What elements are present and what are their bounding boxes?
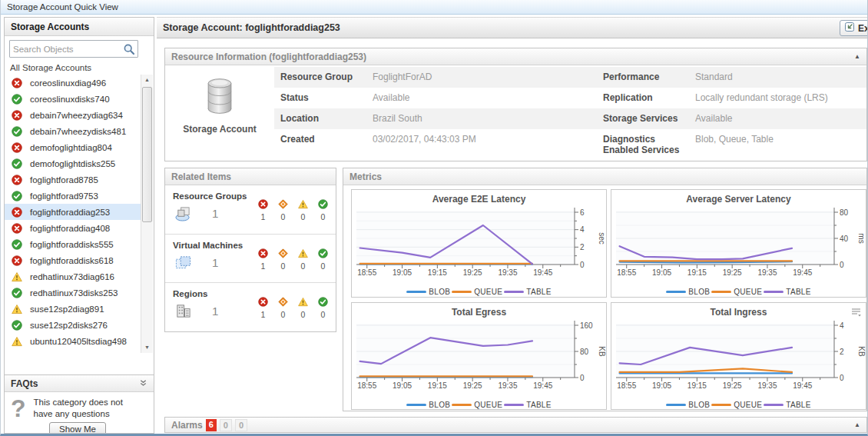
list-item[interactable]: redhatlinux73diag616 (5, 268, 141, 285)
resource-information-panel: Resource Information (foglightforaddiag2… (164, 48, 867, 161)
list-item[interactable]: suse12sp2diag891 (5, 301, 141, 317)
normal-status-icon (12, 94, 22, 105)
alarm-badge[interactable]: 0 (220, 419, 232, 431)
alarm-count: 0 (321, 310, 326, 319)
search-input[interactable] (10, 41, 119, 57)
legend-blob: BLOB (406, 401, 450, 409)
list-item[interactable]: suse12sp2disks276 (5, 317, 141, 333)
sidebar-scrollbar[interactable]: ▲ ▼ (141, 75, 153, 353)
faqts-panel: FAQts ? This category does not have any … (5, 374, 154, 434)
fatal-status-icon (12, 175, 22, 185)
svg-text:19:15: 19:15 (687, 268, 707, 277)
svg-text:18:55: 18:55 (617, 381, 636, 390)
list-item[interactable]: foglightforad8785 (5, 171, 141, 188)
all-storage-accounts-link[interactable]: All Storage Accounts (5, 61, 154, 75)
alarm-badge[interactable]: 6 (206, 419, 217, 431)
legend-queue: QUEUE (711, 401, 762, 409)
list-item[interactable]: ubuntu120405ltsdiag498 (5, 333, 141, 349)
faqts-collapse-icon[interactable] (139, 378, 147, 389)
related-item-count[interactable]: 1 (212, 305, 218, 318)
storage-accounts-panel-header: Storage Accounts (5, 18, 154, 36)
related-item-virtual-machines[interactable]: Virtual Machines11000 (165, 234, 336, 282)
scroll-up-icon[interactable]: ▲ (141, 75, 153, 85)
svg-text:0: 0 (580, 261, 585, 269)
storage-accounts-panel: Storage Accounts All Storage Accounts co… (4, 17, 154, 434)
list-item[interactable]: debain7wheezydiag634 (5, 107, 141, 123)
svg-text:19:15: 19:15 (687, 381, 707, 390)
collapse-up-icon[interactable]: ▲ (854, 54, 860, 60)
alarm-count: 0 (281, 310, 286, 319)
chart-options-icon[interactable] (851, 306, 861, 320)
resource-information-body: Storage Account Resource GroupFoglightFo… (165, 65, 866, 161)
legend-queue: QUEUE (452, 401, 502, 409)
account-name: coreoslinuxdisks740 (30, 95, 110, 104)
svg-text:KB: KB (857, 346, 866, 357)
account-name: foglightforad9753 (30, 191, 98, 201)
related-item-alarms: 1000 (258, 191, 328, 229)
svg-text:19:25: 19:25 (723, 381, 742, 390)
alarm-count: 1 (261, 310, 266, 319)
explore-button[interactable]: Exp (840, 20, 868, 36)
related-items-header: Related Items (165, 168, 336, 185)
normal-icon (318, 199, 328, 209)
list-item[interactable]: coreoslinuxdiag496 (5, 75, 141, 91)
related-item-resource-groups[interactable]: Resource Groups11000 (165, 185, 336, 234)
list-item[interactable]: debain7wheezydisks481 (5, 123, 141, 139)
info-field-label: Status (274, 88, 366, 108)
fatal-icon (258, 297, 268, 307)
account-name: redhatlinux73disks253 (30, 288, 118, 298)
svg-text:2: 2 (840, 348, 844, 356)
alarm-badge[interactable]: 0 (235, 419, 247, 431)
related-item-count[interactable]: 1 (212, 207, 218, 220)
resource-info-grid: Resource GroupFoglightForADPerformanceSt… (274, 67, 866, 161)
account-name: suse12sp2diag891 (30, 305, 104, 314)
list-item[interactable]: demofoglightdiag804 (5, 139, 141, 155)
chart-plot: 080160KB18:5519:0519:1519:2519:3519:45 (352, 319, 606, 399)
page-title: Storage Account: foglightforaddiag253 (163, 22, 340, 33)
list-item[interactable]: foglightforad9753 (5, 188, 141, 204)
scrollbar-thumb[interactable] (142, 87, 152, 222)
fatal-status-icon (12, 255, 22, 266)
legend-queue: QUEUE (711, 288, 762, 296)
svg-text:19:35: 19:35 (757, 381, 777, 390)
list-item[interactable]: coreoslinuxdisks740 (5, 91, 141, 107)
resource-information-header: Resource Information (foglightforaddiag2… (165, 48, 866, 65)
list-item[interactable]: redhatlinux73disks253 (5, 285, 141, 301)
search-icon[interactable] (123, 43, 135, 58)
fatal-icon (258, 248, 268, 258)
svg-text:19:45: 19:45 (533, 381, 552, 390)
legend-blob: BLOB (666, 288, 710, 296)
list-item[interactable]: foglightforaddiag408 (5, 220, 141, 236)
legend-table: TABLE (764, 401, 810, 409)
svg-text:0: 0 (840, 374, 844, 382)
scroll-down-icon[interactable]: ▼ (141, 342, 153, 353)
alarms-collapse-icon[interactable]: ▲ (854, 422, 860, 428)
search-box (9, 40, 138, 58)
related-item-regions[interactable]: Regions11000 (165, 282, 336, 331)
faqts-body: ? This category does not have any questi… (5, 392, 154, 420)
list-item[interactable]: foglightforaddisks555 (5, 236, 141, 252)
list-item[interactable]: demofoglightdisks255 (5, 155, 141, 171)
related-item-count[interactable]: 1 (212, 256, 218, 269)
svg-text:19:35: 19:35 (498, 268, 517, 277)
svg-text:KB: KB (598, 346, 606, 357)
virtual-machine-icon (174, 255, 192, 271)
svg-text:80: 80 (840, 208, 849, 217)
resource-information-title: Resource Information (foglightforaddiag2… (171, 52, 366, 62)
list-item[interactable]: foglightforaddisks618 (5, 252, 141, 268)
related-item-label: Resource Groups (173, 191, 247, 201)
show-me-button[interactable]: Show Me (49, 422, 106, 434)
chart-legend: BLOBQUEUETABLE (352, 399, 606, 411)
related-item-label: Regions (173, 289, 218, 298)
fatal-status-icon (12, 78, 22, 88)
warning-icon (298, 297, 308, 307)
alarms-bar[interactable]: Alarms 600 ▲ (164, 417, 867, 433)
list-item[interactable]: foglightforaddiag253 (5, 204, 141, 220)
search-row (5, 36, 154, 61)
alarm-count: 0 (301, 212, 306, 221)
chart-plot: 04080ms18:5519:0519:1519:2519:3519:45 (611, 206, 866, 286)
legend-table: TABLE (504, 401, 551, 409)
metrics-title: Metrics (350, 171, 382, 182)
svg-text:19:45: 19:45 (533, 268, 552, 277)
info-field-value: 03/02/2017, 04:43:03 PM (366, 129, 597, 158)
